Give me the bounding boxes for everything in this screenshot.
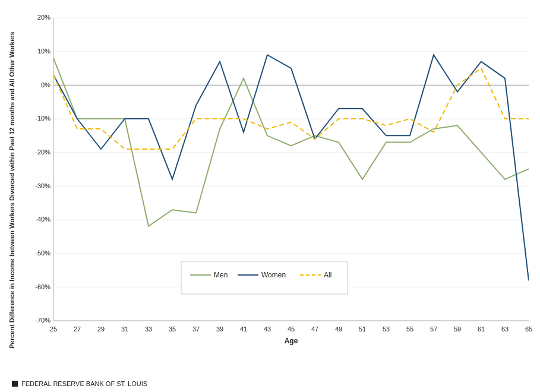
y-tick: -40% [35, 216, 50, 223]
footer-text: FEDERAL RESERVE BANK OF ST. LOUIS [21, 380, 147, 387]
x-tick: 49 [335, 325, 342, 333]
y-tick: 20% [37, 14, 50, 21]
men-line [53, 58, 529, 226]
x-tick: 65 [525, 325, 532, 333]
men-legend-label: Men [214, 271, 228, 279]
women-line [53, 55, 529, 280]
x-tick: 39 [216, 325, 223, 333]
x-tick: 27 [74, 325, 81, 333]
x-axis-label: Age [285, 337, 298, 345]
women-legend-label: Women [261, 271, 286, 279]
x-tick: 43 [264, 325, 271, 333]
x-tick: 29 [97, 325, 105, 333]
y-tick: -30% [35, 182, 50, 189]
x-tick: 35 [169, 325, 176, 333]
y-tick: 10% [37, 48, 50, 55]
x-tick: 45 [288, 325, 295, 333]
y-tick: -50% [35, 249, 50, 257]
y-tick: -20% [35, 148, 50, 156]
x-tick: 37 [192, 325, 200, 333]
x-tick: 33 [145, 325, 152, 333]
x-tick: 59 [454, 325, 461, 333]
x-tick: 41 [240, 325, 247, 333]
x-tick: 53 [383, 325, 390, 333]
y-tick: 0% [41, 81, 50, 88]
x-tick: 25 [50, 325, 57, 333]
chart-svg: Percent Difference in Income between Wor… [6, 6, 540, 374]
y-tick: -60% [35, 283, 50, 290]
x-tick: 61 [478, 325, 485, 333]
y-tick: -10% [35, 115, 50, 122]
x-tick: 55 [406, 325, 413, 333]
footer-icon [12, 381, 18, 387]
x-tick: 47 [311, 325, 318, 333]
x-tick: 57 [430, 325, 437, 333]
all-legend-label: All [324, 271, 331, 279]
x-tick: 31 [121, 325, 128, 333]
y-axis-label: Percent Difference in Income between Wor… [8, 31, 15, 348]
y-tick: -70% [35, 317, 50, 324]
all-line [53, 68, 529, 149]
footer: FEDERAL RESERVE BANK OF ST. LOUIS [12, 380, 147, 387]
x-tick: 63 [501, 325, 509, 333]
x-tick: 51 [359, 325, 366, 333]
chart-container: Percent Difference in Income between Wor… [0, 0, 540, 392]
